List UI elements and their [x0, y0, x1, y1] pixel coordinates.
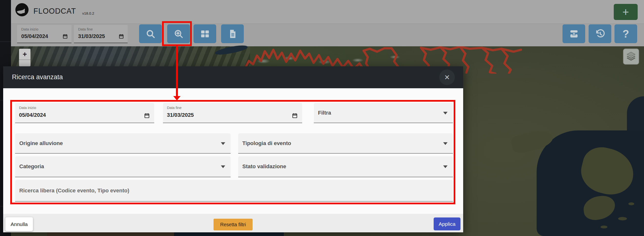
modal-end-date-field[interactable]: Data fine 31/03/2025	[163, 103, 302, 123]
map-zoom-in-button[interactable]: +	[19, 49, 30, 59]
calendar-icon[interactable]	[292, 113, 298, 119]
toolbar-end-date-field[interactable]: Data fine 31/03/2025	[74, 25, 128, 43]
origine-alluvione-select[interactable]: Origine alluvione	[15, 133, 230, 154]
start-date-label: Data inizio	[21, 27, 38, 31]
search-icon	[146, 29, 156, 39]
terrain-strip	[47, 232, 174, 236]
sea-strip	[174, 232, 284, 236]
plus-icon: +	[622, 5, 629, 18]
annulla-button[interactable]: Annulla	[5, 217, 33, 231]
stato-validazione-label: Stato validazione	[242, 163, 286, 170]
origine-alluvione-label: Origine alluvione	[19, 140, 63, 147]
island	[618, 217, 627, 221]
layers-button[interactable]	[623, 48, 639, 65]
zoom-control-divider	[19, 59, 30, 60]
start-date-label: Data inizio	[19, 106, 36, 110]
modal-header: Ricerca avanzata ✕	[3, 66, 463, 88]
calendar-icon[interactable]	[118, 34, 124, 40]
start-date-value: 05/04/2024	[21, 33, 48, 39]
tipologia-evento-select[interactable]: Tipologia di evento	[238, 133, 453, 154]
end-date-label: Data fine	[78, 27, 93, 31]
close-icon: ✕	[444, 73, 450, 81]
version-label: v18.0.2	[82, 11, 94, 15]
app-header: FLOODCAT v18.0.2 +	[11, 0, 644, 24]
floodcat-logo-icon	[15, 3, 28, 16]
search-button[interactable]	[139, 24, 162, 43]
filtra-label: Filtra	[318, 110, 331, 116]
advanced-search-modal: Ricerca avanzata ✕ Data inizio 05/04/202…	[3, 66, 463, 232]
question-mark-icon: ?	[622, 28, 629, 40]
caret-down-icon	[443, 112, 448, 114]
caret-down-icon	[221, 142, 225, 145]
modal-start-date-field[interactable]: Data inizio 05/04/2024	[15, 103, 154, 123]
document-icon	[228, 29, 238, 39]
free-search-placeholder: Ricerca libera (Codice evento, Tipo even…	[19, 188, 129, 194]
categoria-label: Categoria	[19, 163, 44, 170]
island	[628, 202, 634, 205]
calendar-icon[interactable]	[62, 34, 68, 40]
report-button[interactable]	[221, 24, 244, 43]
applica-button[interactable]: Applica	[434, 218, 460, 231]
import-button[interactable]	[562, 24, 585, 43]
toolbar-start-date-field[interactable]: Data inizio 05/04/2024	[17, 25, 72, 43]
floodcat-app: FLOODCAT v18.0.2 + Data inizio 05/04/202…	[0, 0, 644, 236]
brand-title: FLOODCAT	[34, 7, 76, 15]
sidebar-divider	[0, 41, 11, 42]
close-button[interactable]: ✕	[439, 69, 455, 85]
start-date-value: 05/04/2024	[19, 112, 46, 118]
modal-title: Ricerca avanzata	[12, 73, 63, 81]
add-event-button[interactable]: +	[614, 4, 638, 20]
history-icon	[595, 28, 606, 39]
calendar-icon[interactable]	[144, 113, 150, 119]
help-button[interactable]: ?	[614, 24, 637, 43]
end-date-value: 31/03/2025	[167, 112, 194, 118]
caret-down-icon	[221, 166, 225, 168]
table-grid-icon	[200, 29, 210, 39]
modal-footer: Annulla Resetta filtri Applica	[3, 214, 463, 232]
end-date-value: 31/03/2025	[78, 33, 105, 39]
categoria-select[interactable]: Categoria	[15, 156, 230, 177]
caret-down-icon	[443, 166, 448, 168]
filtra-select[interactable]: Filtra	[314, 103, 453, 123]
zoom-in-search-icon	[174, 29, 184, 39]
caret-down-icon	[443, 142, 448, 145]
main-toolbar: Data inizio 05/04/2024 Data fine 31/03/2…	[11, 24, 644, 46]
layers-icon	[626, 51, 636, 62]
resetta-filtri-button[interactable]: Resetta filtri	[214, 219, 252, 231]
advanced-search-button[interactable]	[167, 24, 190, 43]
end-date-label: Data fine	[167, 106, 182, 110]
map-zoom-control: +	[19, 49, 30, 66]
island	[600, 226, 608, 229]
table-view-button[interactable]	[194, 24, 216, 43]
import-tray-icon	[568, 28, 579, 39]
history-button[interactable]	[588, 24, 611, 43]
free-search-input[interactable]: Ricerca libera (Codice evento, Tipo even…	[15, 180, 453, 202]
tipologia-evento-label: Tipologia di evento	[242, 140, 291, 147]
stato-validazione-select[interactable]: Stato validazione	[238, 156, 453, 177]
